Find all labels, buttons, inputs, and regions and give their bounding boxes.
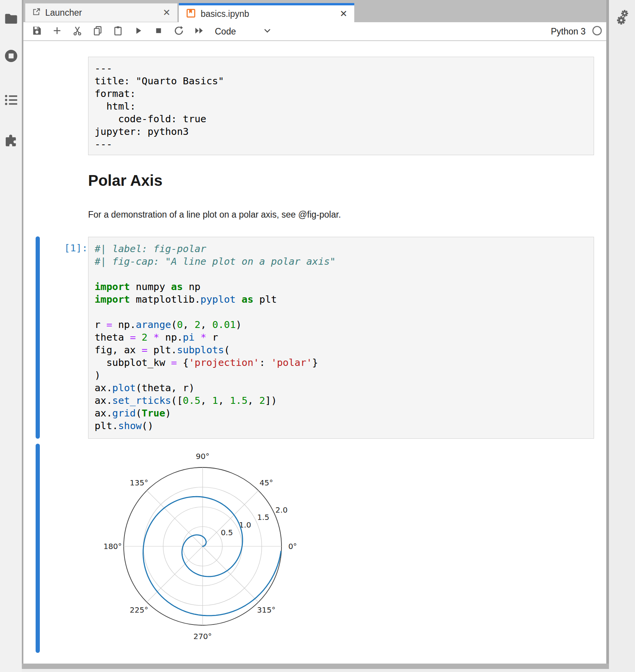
notebook-content: ---title: "Quarto Basics"format: html: c…: [23, 41, 606, 664]
tab-launcher-close-icon[interactable]: ✕: [163, 8, 170, 17]
code-line: ): [95, 369, 588, 382]
svg-text:0.5: 0.5: [221, 528, 233, 537]
svg-text:225°: 225°: [130, 605, 148, 615]
code-line: ax.plot(theta, r): [95, 382, 588, 394]
tab-basics-ipynb[interactable]: basics.ipynb ✕: [179, 3, 354, 22]
raw-cell-line: jupyter: python3: [95, 125, 588, 138]
raw-cell-line: ---: [95, 62, 588, 75]
notebook-toolbar: Code Python 3: [23, 22, 606, 41]
add-cell-button[interactable]: [47, 22, 67, 41]
svg-text:90°: 90°: [196, 452, 209, 461]
toolbar-buttons: [26, 22, 209, 41]
code-line: fig, ax = plt.subplots(: [95, 344, 588, 356]
chevron-down-icon: [236, 28, 271, 35]
sidebar-item-file-browser[interactable]: [0, 13, 22, 30]
tab-basics-label: basics.ipynb: [201, 9, 249, 19]
raw-cell-line: code-fold: true: [95, 113, 588, 125]
code-line: theta = 2 * np.pi * r: [95, 331, 588, 344]
code-line: r = np.arange(0, 2, 0.01): [95, 318, 588, 331]
cut-cells-button[interactable]: [67, 22, 87, 41]
run-all-icon: [194, 25, 205, 38]
svg-text:315°: 315°: [257, 605, 275, 615]
code-line: [95, 306, 588, 318]
cell-type-dropdown[interactable]: Code: [215, 22, 291, 41]
code-line: plt.show(): [95, 420, 588, 432]
sidebar-item-extensions[interactable]: [0, 133, 22, 150]
notebook-icon: [186, 8, 196, 20]
polar-plot-output: 0°45°90°135°180°225°270°315°0.51.01.52.0: [96, 444, 314, 647]
window-border-bottom: [22, 664, 609, 669]
code-line: [95, 268, 588, 280]
code-line: ax.set_rticks([0.5, 1, 1.5, 2]): [95, 394, 588, 407]
markdown-heading[interactable]: Polar Axis: [88, 172, 162, 189]
sidebar-item-table-of-contents[interactable]: [0, 94, 22, 111]
save-icon: [31, 25, 42, 38]
code-cell-input[interactable]: #| label: fig-polar#| fig-cap: "A line p…: [88, 237, 594, 439]
code-line: ax.grid(True): [95, 407, 588, 420]
restart-icon: [173, 25, 184, 38]
stop-circle-icon: [4, 49, 18, 66]
svg-text:135°: 135°: [130, 478, 148, 487]
code-line: import matplotlib.pyplot as plt: [95, 293, 588, 306]
window-border-right: [606, 0, 609, 669]
kernel-name[interactable]: Python 3: [551, 26, 586, 37]
tab-launcher-label: Launcher: [45, 8, 82, 18]
code-line: #| fig-cap: "A line plot on a polar axis…: [95, 255, 588, 268]
main-dock-panel: Launcher ✕ basics.ipynb ✕: [23, 0, 606, 664]
copy-icon: [92, 25, 103, 38]
gears-icon[interactable]: [615, 9, 631, 28]
copy-cells-button[interactable]: [87, 22, 108, 41]
svg-text:2.0: 2.0: [275, 505, 288, 515]
cut-icon: [72, 25, 83, 38]
save-button[interactable]: [26, 22, 47, 41]
paste-icon: [113, 25, 123, 38]
tab-basics-close-icon[interactable]: ✕: [340, 9, 347, 18]
toc-list-icon: [5, 94, 18, 111]
raw-cell-line: format:: [95, 87, 588, 100]
run-all-button[interactable]: [189, 22, 209, 41]
execution-count-prompt: [1]:: [39, 242, 88, 254]
add-cell-icon: [52, 26, 62, 37]
interrupt-kernel-button[interactable]: [148, 22, 169, 41]
svg-text:0°: 0°: [288, 542, 297, 551]
kernel-status-icon[interactable]: [592, 25, 602, 38]
raw-cell-line: ---: [95, 138, 588, 151]
sidebar-item-running-kernels[interactable]: [0, 49, 22, 66]
activity-bar: [0, 0, 22, 672]
raw-cell-yaml[interactable]: ---title: "Quarto Basics"format: html: c…: [88, 57, 594, 155]
stop-icon: [154, 26, 164, 37]
cell-collapser-output[interactable]: [36, 444, 40, 653]
markdown-paragraph[interactable]: For a demonstration of a line plot on a …: [88, 210, 341, 220]
raw-cell-line: html:: [95, 100, 588, 113]
cell-type-value: Code: [215, 26, 236, 37]
svg-text:180°: 180°: [103, 542, 122, 551]
kernel-area: Python 3: [551, 22, 602, 41]
svg-text:270°: 270°: [193, 632, 212, 641]
run-icon: [133, 26, 143, 37]
code-line: import numpy as np: [95, 280, 588, 293]
puzzle-icon: [4, 133, 18, 150]
code-line: subplot_kw = {'projection': 'polar'}: [95, 356, 588, 369]
tab-bar: Launcher ✕ basics.ipynb ✕: [23, 3, 606, 22]
jupyterlab-window: Launcher ✕ basics.ipynb ✕: [0, 0, 635, 672]
code-line: #| label: fig-polar: [95, 243, 588, 255]
svg-text:45°: 45°: [259, 478, 273, 487]
run-cell-button[interactable]: [128, 22, 148, 41]
right-side-panel: [609, 0, 635, 672]
folder-icon: [5, 13, 18, 30]
paste-cells-button[interactable]: [108, 22, 128, 41]
raw-cell-line: title: "Quarto Basics": [95, 75, 588, 87]
launcher-icon: [32, 8, 41, 18]
tab-launcher[interactable]: Launcher ✕: [25, 3, 178, 22]
restart-kernel-button[interactable]: [169, 22, 189, 41]
svg-text:1.5: 1.5: [257, 513, 270, 522]
cell-collapser-input[interactable]: [36, 236, 40, 439]
